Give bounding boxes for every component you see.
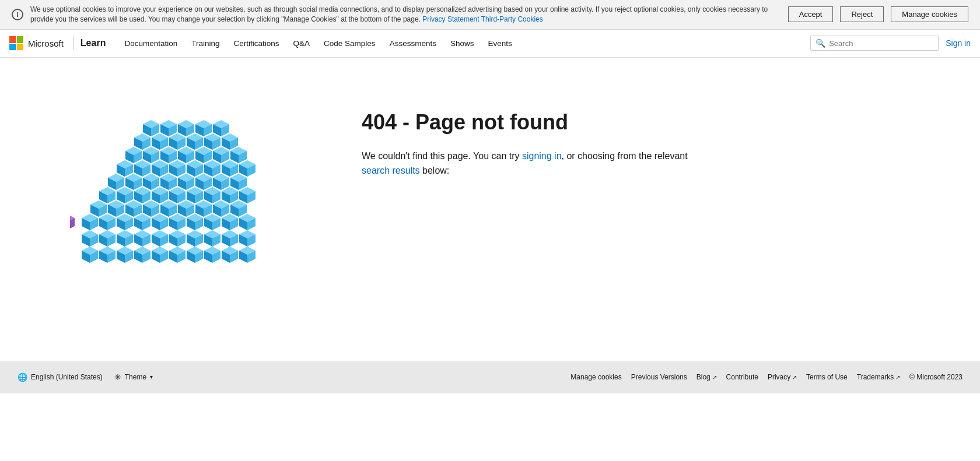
error-illustration <box>70 93 327 279</box>
error-title: 404 - Page not found <box>362 110 933 135</box>
chevron-down-icon: ▾ <box>150 374 153 380</box>
nav-assessments[interactable]: Assessments <box>383 29 443 57</box>
nav-certifications[interactable]: Certifications <box>227 29 286 57</box>
nav-shows[interactable]: Shows <box>443 29 481 57</box>
nav-code-samples[interactable]: Code Samples <box>317 29 383 57</box>
svg-marker-5 <box>78 97 86 109</box>
signing-in-link[interactable]: signing in <box>522 151 562 161</box>
error-description: We couldn't find this page. You can try … <box>362 149 712 178</box>
reject-button[interactable]: Reject <box>840 6 884 22</box>
theme-selector[interactable]: ✳ Theme ▾ <box>114 372 153 382</box>
cubes-svg <box>70 93 327 279</box>
footer-copyright: © Microsoft 2023 <box>909 373 963 381</box>
footer-terms[interactable]: Terms of Use <box>806 373 848 381</box>
logo-yellow <box>17 44 24 51</box>
theme-icon: ✳ <box>114 372 121 382</box>
info-icon: i <box>12 9 23 20</box>
cookie-banner: i We use optional cookies to improve you… <box>0 0 980 30</box>
cookie-message: We use optional cookies to improve your … <box>30 5 781 24</box>
svg-marker-4 <box>70 97 78 109</box>
footer-right: Manage cookies Previous Versions Blog Co… <box>570 373 963 381</box>
sign-in-link[interactable]: Sign in <box>946 38 971 48</box>
third-party-cookies-link[interactable]: Third-Party Cookies <box>481 15 543 23</box>
footer-manage-cookies[interactable]: Manage cookies <box>570 373 621 381</box>
logo-blue <box>9 44 16 51</box>
footer-privacy[interactable]: Privacy <box>768 373 797 381</box>
microsoft-logo-link[interactable]: Microsoft <box>9 36 64 50</box>
svg-marker-1 <box>70 97 78 109</box>
svg-marker-0 <box>70 93 86 101</box>
privacy-statement-link[interactable]: Privacy Statement <box>422 15 479 23</box>
accept-button[interactable]: Accept <box>788 6 834 22</box>
footer-contribute[interactable]: Contribute <box>726 373 758 381</box>
header-divider <box>73 36 74 50</box>
search-results-link[interactable]: search results <box>362 166 420 175</box>
header: Microsoft Learn Documentation Training C… <box>0 30 980 58</box>
locale-selector[interactable]: 🌐 English (United States) <box>18 372 103 382</box>
footer: 🌐 English (United States) ✳ Theme ▾ Mana… <box>0 361 980 393</box>
footer-blog[interactable]: Blog <box>696 373 717 381</box>
nav-training[interactable]: Training <box>184 29 226 57</box>
search-box[interactable]: 🔍 <box>810 36 939 51</box>
nav-qa[interactable]: Q&A <box>286 29 317 57</box>
locale-label: English (United States) <box>31 373 103 381</box>
logo-green <box>17 36 24 43</box>
microsoft-text: Microsoft <box>28 38 64 48</box>
manage-cookies-banner-button[interactable]: Manage cookies <box>891 6 968 22</box>
globe-icon: 🌐 <box>18 372 27 382</box>
logo-red <box>9 36 16 43</box>
theme-label: Theme <box>125 373 146 381</box>
search-input[interactable] <box>829 39 933 48</box>
search-icon: 🔍 <box>816 38 825 48</box>
nav-events[interactable]: Events <box>481 29 519 57</box>
svg-marker-3 <box>70 93 86 101</box>
header-right: 🔍 Sign in <box>810 36 971 51</box>
main-content: 404 - Page not found We couldn't find th… <box>0 58 980 361</box>
error-content: 404 - Page not found We couldn't find th… <box>362 93 933 178</box>
nav-documentation[interactable]: Documentation <box>117 29 184 57</box>
learn-link[interactable]: Learn <box>80 38 106 48</box>
svg-marker-2 <box>78 97 86 109</box>
footer-left: 🌐 English (United States) ✳ Theme ▾ <box>18 372 153 382</box>
footer-trademarks[interactable]: Trademarks <box>857 373 900 381</box>
main-nav: Documentation Training Certifications Q&… <box>117 29 810 57</box>
footer-previous-versions[interactable]: Previous Versions <box>631 373 687 381</box>
microsoft-logo <box>9 36 23 50</box>
